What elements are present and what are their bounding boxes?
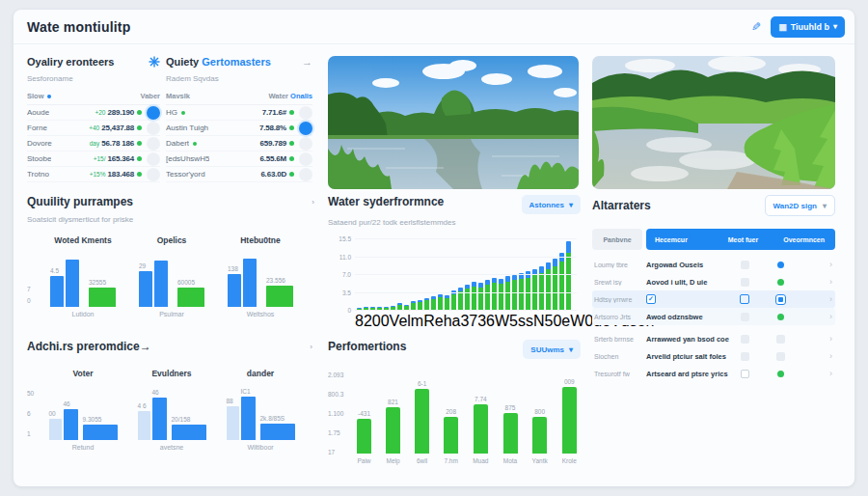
x-tick-label: 6wll: [417, 457, 427, 467]
row-label: Srewt isy: [592, 279, 646, 286]
chart-column: 2087.hm: [444, 367, 458, 467]
stacked-bar: [458, 288, 463, 310]
chart-bar: [444, 417, 458, 454]
x-tick-label: Paiw: [357, 457, 370, 467]
alerts-filter-dropdown[interactable]: Wan2D sign▾: [765, 195, 836, 216]
row-action-icon[interactable]: [299, 168, 312, 181]
stacked-bar: [478, 283, 483, 310]
list-item[interactable]: HG7.71.6#: [166, 105, 312, 121]
status-dot-green: [137, 141, 142, 146]
alerts-tab[interactable]: Panbvne: [592, 229, 642, 250]
column-header[interactable]: Mavslk: [166, 92, 190, 100]
row-status-cell: [760, 371, 800, 377]
clipboard-icon[interactable]: [740, 294, 749, 304]
table-row[interactable]: SiochenArvelid ptciur salt foles›: [592, 347, 835, 365]
edit-pencil-icon[interactable]: ✎: [751, 20, 761, 34]
table-row[interactable]: Srterb brrnseArrawwed yan bsod coe s›: [592, 330, 835, 347]
checkbox-checked-icon[interactable]: ✓: [646, 294, 656, 304]
crosshair-icon[interactable]: [149, 56, 160, 68]
chevron-right-icon[interactable]: ›: [800, 334, 835, 344]
value-number: 289.190: [107, 108, 134, 117]
placeholder-icon: [741, 313, 749, 321]
info-dot-icon: [47, 95, 51, 98]
placeholder-icon: [741, 335, 749, 344]
row-name: Dabert: [166, 139, 189, 148]
chevron-right-icon[interactable]: ›: [800, 294, 835, 304]
status-icon-gray: [776, 352, 785, 361]
row-action-icon[interactable]: [299, 106, 312, 120]
y-tick-label: 50: [27, 390, 34, 397]
list-item[interactable]: Dabert659.789: [166, 136, 312, 152]
row-action-icon[interactable]: [147, 122, 160, 135]
list-item[interactable]: Austin Tuigh7.58.8%: [166, 121, 312, 136]
bar-segment-blue: [566, 241, 571, 252]
arrow-right-icon[interactable]: →: [302, 56, 312, 68]
bar-value-label: 4 6: [138, 402, 147, 409]
chevron-right-icon[interactable]: ›: [800, 312, 835, 321]
table-row[interactable]: Tresurotf fwArtseard ard ptsre yrics›: [592, 365, 835, 382]
page-title: Wate montiulitp: [27, 19, 130, 35]
row-action-icon[interactable]: [299, 122, 312, 135]
x-tick-label: Mota: [503, 457, 517, 467]
chevron-right-icon[interactable]: ›: [800, 369, 835, 378]
selected-checkbox-icon[interactable]: [775, 294, 786, 305]
table-row[interactable]: Loumy tbreArgowad Ouseis›: [592, 256, 835, 273]
chart-bar: [66, 260, 79, 307]
row-action-icon[interactable]: [147, 168, 160, 181]
bar-segment-green: [559, 262, 564, 310]
x-tick-label: Yantk: [532, 457, 548, 467]
chart-bar: 2k.8/85S: [260, 424, 295, 440]
chevron-right-icon[interactable]: ›: [800, 260, 835, 269]
list-item[interactable]: Tessor'yord6.63.0D: [166, 167, 312, 182]
list-item[interactable]: [edsUhswH56.55.6M: [166, 152, 312, 167]
list-item[interactable]: Aoude+20289.190: [27, 105, 160, 121]
table-row[interactable]: Hdtsy yrrwre✓›: [592, 290, 835, 308]
chart-column: 009Krole: [562, 367, 577, 467]
y-axis-ticks: 70: [27, 286, 31, 304]
list-item[interactable]: Stoobe+15/165.364: [27, 152, 160, 167]
list-item[interactable]: Dovoreday56.78 186: [27, 136, 160, 152]
performance-bottom-section: Perfomertions SUUwms▾ -431Paiw821Melp6-1…: [328, 340, 581, 467]
row-action-icon[interactable]: [299, 137, 312, 151]
period-dropdown-button[interactable]: ▦ Tiuuhld b ▾: [771, 16, 845, 38]
stacked-bar-chart: 15.511.07.03.50: [355, 238, 577, 310]
row-text: Awod odznsbwe: [646, 313, 729, 321]
mini-charts-row: 70 Woted Kments4.532555LutidonOpelics296…: [27, 235, 316, 317]
stacked-bar: [451, 290, 456, 310]
stacked-bar: [559, 253, 564, 310]
table-row[interactable]: Srewt isyAovod i ulit, D uie›: [592, 273, 835, 290]
row-action-icon[interactable]: [147, 137, 160, 151]
value-number: 165.364: [107, 154, 134, 163]
row-action-icon[interactable]: [147, 106, 160, 120]
x-axis-labels: 8200VelmReha3736W5ssN50eW0d8Vds5h: [355, 313, 577, 330]
status-dot-green: [137, 110, 142, 115]
list-item[interactable]: Forne+4025,437.88: [27, 121, 160, 136]
chevron-right-icon[interactable]: ›: [800, 277, 835, 287]
row-action-icon[interactable]: [147, 152, 160, 166]
bar-segment-green: [546, 269, 551, 310]
mini-chart-group: dander88IC12k.8/85SWiltiboor: [216, 369, 305, 451]
chart-bar: 29: [139, 271, 152, 307]
performance-period-dropdown[interactable]: SUUwms▾: [523, 340, 581, 359]
section-title: Perfomertions: [328, 340, 406, 353]
row-action-icon[interactable]: [299, 152, 312, 166]
y-tick-label: 2.093: [328, 372, 353, 378]
column-header[interactable]: Vaber: [141, 92, 160, 100]
stacked-bar: [418, 300, 422, 310]
table-row[interactable]: Artsorro JrtsAwod odznsbwe›: [592, 308, 835, 325]
performance-filter-dropdown[interactable]: Astonnes▾: [522, 195, 581, 214]
checkbox-icon[interactable]: [741, 370, 749, 378]
column-header[interactable]: Slow: [27, 92, 51, 100]
row-value-group: 7.58.8%: [259, 122, 312, 135]
stacked-bar: [526, 271, 530, 310]
mini-chart-group: Voter00469.3055Retund: [39, 369, 127, 451]
list-item[interactable]: Trotno+15%183.468: [27, 167, 160, 182]
chevron-right-icon[interactable]: ›: [312, 198, 314, 207]
chevron-right-icon[interactable]: ›: [310, 343, 312, 351]
chevron-right-icon[interactable]: ›: [800, 351, 835, 361]
stacked-bar: [411, 301, 416, 310]
archives-section: Adchi.rs preromdice→ › 5061 Voter00469.3…: [27, 340, 316, 451]
bar-value-label: 9.3055: [83, 416, 102, 423]
dashboard-card: Wate montiulitp ✎ ▦ Tiuuhld b ▾ Oyaliry …: [14, 10, 854, 486]
column-header[interactable]: Water Onalis: [268, 92, 312, 100]
